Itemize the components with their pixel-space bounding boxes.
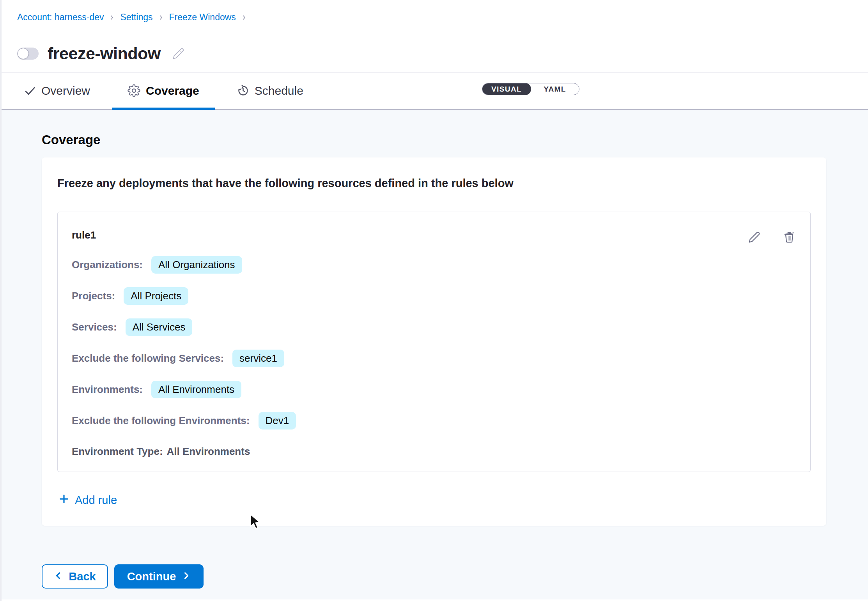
wizard-footer: Back Continue bbox=[42, 564, 204, 589]
yaml-mode-button[interactable]: YAML bbox=[531, 83, 579, 95]
rule-row: Services: All Services bbox=[72, 318, 796, 336]
rule-row: Exclude the following Services: service1 bbox=[72, 349, 796, 367]
plus-icon bbox=[58, 493, 70, 507]
edit-title-pencil-icon[interactable] bbox=[172, 48, 184, 60]
rule-name: rule1 bbox=[72, 229, 96, 241]
rule-row: Projects: All Projects bbox=[72, 287, 796, 305]
breadcrumb-account-link[interactable]: Account: harness-dev bbox=[17, 12, 104, 23]
rule-row-label: Organizations: bbox=[72, 259, 143, 271]
tab-coverage[interactable]: Coverage bbox=[112, 72, 215, 109]
section-title: Coverage bbox=[0, 110, 868, 147]
tab-label: Coverage bbox=[146, 84, 199, 97]
chevron-right-icon bbox=[181, 570, 191, 583]
chevron-right-icon bbox=[158, 14, 164, 21]
coverage-panel: Coverage Freeze any deployments that hav… bbox=[0, 110, 868, 599]
page-title: freeze-window bbox=[48, 44, 161, 63]
visual-mode-button[interactable]: VISUAL bbox=[482, 83, 531, 95]
rule-row-value-pill: All Organizations bbox=[151, 256, 242, 274]
rule-row-label: Exclude the following Environments: bbox=[72, 415, 250, 427]
collapsed-sidebar-edge bbox=[0, 0, 2, 601]
delete-rule-trash-icon[interactable] bbox=[783, 231, 795, 243]
visual-yaml-toggle: VISUAL YAML bbox=[482, 83, 579, 95]
rule-row: Organizations: All Organizations bbox=[72, 256, 796, 274]
page-header: freeze-window VISUAL YAML bbox=[0, 35, 868, 72]
rule-row-environment-type: Environment Type: All Environments bbox=[72, 445, 796, 458]
check-icon bbox=[24, 85, 36, 97]
tab-overview[interactable]: Overview bbox=[24, 72, 90, 109]
breadcrumb-freeze-windows-link[interactable]: Freeze Windows bbox=[169, 12, 236, 23]
rule-row-label: Environment Type: bbox=[72, 445, 163, 458]
rule-row-label: Exclude the following Services: bbox=[72, 352, 224, 364]
chevron-right-icon bbox=[241, 14, 247, 21]
rule-row-value: All Environments bbox=[167, 445, 250, 458]
tab-label: Overview bbox=[41, 84, 90, 97]
rule-row-label: Projects: bbox=[72, 290, 115, 302]
chevron-left-icon bbox=[54, 570, 63, 583]
rule-row-label: Environments: bbox=[72, 384, 143, 396]
rule-row-value-pill: All Projects bbox=[124, 287, 188, 305]
freeze-enabled-toggle[interactable] bbox=[17, 48, 39, 60]
breadcrumb-settings-link[interactable]: Settings bbox=[120, 12, 152, 23]
back-button[interactable]: Back bbox=[42, 564, 108, 589]
rule-row-value-pill: Dev1 bbox=[259, 412, 296, 430]
add-rule-label: Add rule bbox=[75, 494, 117, 507]
rule-row-label: Services: bbox=[72, 321, 117, 333]
rule-row-value-pill: service1 bbox=[232, 350, 284, 367]
chevron-right-icon bbox=[109, 14, 115, 21]
toggle-knob bbox=[18, 48, 29, 59]
rule-row-value-pill: All Services bbox=[126, 318, 193, 336]
continue-label: Continue bbox=[127, 570, 176, 583]
coverage-card: Freeze any deployments that have the fol… bbox=[42, 157, 826, 526]
gear-icon bbox=[128, 84, 140, 97]
rule-row: Exclude the following Environments: Dev1 bbox=[72, 412, 796, 430]
schedule-clock-icon bbox=[237, 85, 249, 97]
coverage-card-heading: Freeze any deployments that have the fol… bbox=[57, 177, 811, 190]
continue-button[interactable]: Continue bbox=[114, 564, 204, 589]
back-label: Back bbox=[69, 570, 96, 583]
rule-row: Environments: All Environments bbox=[72, 380, 796, 398]
rule-card: rule1 Organizati bbox=[57, 212, 811, 472]
rule-row-value-pill: All Environments bbox=[151, 381, 241, 398]
tab-label: Schedule bbox=[255, 84, 303, 97]
breadcrumb: Account: harness-dev Settings Freeze Win… bbox=[0, 0, 868, 35]
tab-bar: Overview Coverage Schedule bbox=[0, 72, 868, 110]
edit-rule-pencil-icon[interactable] bbox=[748, 231, 760, 243]
add-rule-button[interactable]: Add rule bbox=[58, 493, 117, 507]
tab-schedule[interactable]: Schedule bbox=[237, 72, 303, 109]
